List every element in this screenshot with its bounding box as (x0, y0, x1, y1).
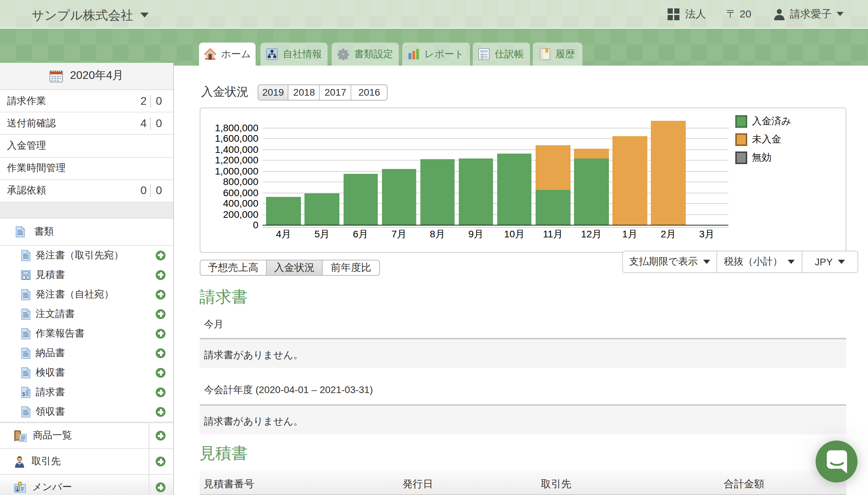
svg-text:$: $ (22, 391, 25, 397)
